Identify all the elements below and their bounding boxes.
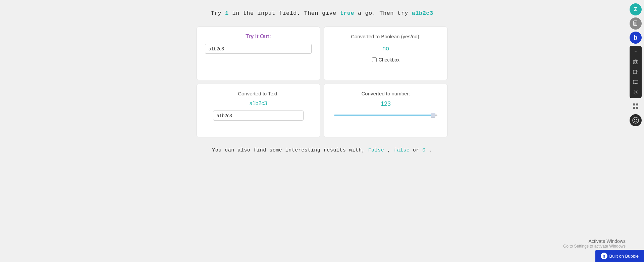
card-boolean: Converted to Boolean (yes/no): no Checkb… bbox=[324, 27, 448, 80]
instruction-mid1: in the input field. Then give bbox=[232, 10, 340, 16]
svg-point-12 bbox=[635, 91, 637, 93]
b-label: b bbox=[634, 34, 638, 41]
text-title: Converted to Text: bbox=[238, 91, 278, 96]
text-converted-value: a1b2c3 bbox=[250, 100, 267, 106]
instruction-mid2: a go. Then try bbox=[358, 10, 412, 16]
svg-point-5 bbox=[635, 61, 637, 63]
card-try-it-out: Try it Out: bbox=[196, 27, 320, 80]
right-sidebar: Z b ⋯ bbox=[627, 0, 644, 262]
number-title: Converted to number: bbox=[361, 91, 410, 96]
tool-screen-button[interactable] bbox=[631, 77, 641, 87]
svg-rect-13 bbox=[633, 103, 635, 105]
sidebar-doc-button[interactable] bbox=[630, 17, 642, 30]
sidebar-face-button[interactable] bbox=[630, 114, 642, 126]
svg-point-18 bbox=[634, 119, 635, 120]
svg-rect-7 bbox=[633, 70, 637, 74]
footer-sep1: , bbox=[387, 147, 394, 153]
windows-title: Activate Windows bbox=[563, 238, 626, 244]
text-input[interactable] bbox=[213, 111, 304, 121]
footer-suffix: . bbox=[429, 147, 432, 153]
sidebar-tool-panel: ⋯ bbox=[630, 46, 642, 98]
svg-rect-16 bbox=[636, 107, 638, 109]
try-it-out-input[interactable] bbox=[205, 44, 312, 54]
checkbox-row: Checkbox bbox=[372, 57, 399, 62]
svg-point-19 bbox=[636, 119, 637, 120]
boolean-checkbox[interactable] bbox=[372, 57, 377, 62]
svg-rect-14 bbox=[636, 103, 638, 105]
svg-point-17 bbox=[633, 117, 639, 123]
boolean-value: no bbox=[382, 45, 389, 52]
footer-highlight1: False bbox=[368, 147, 384, 153]
footer-sep2: or bbox=[413, 147, 423, 153]
cards-grid: Try it Out: Converted to Boolean (yes/no… bbox=[196, 27, 448, 137]
svg-rect-15 bbox=[633, 107, 635, 109]
card-number: Converted to number: 123 bbox=[324, 84, 448, 137]
card-text: Converted to Text: a1b2c3 bbox=[196, 84, 320, 137]
footer-text: You can also find some interesting resul… bbox=[212, 147, 432, 153]
boolean-title: Converted to Boolean (yes/no): bbox=[351, 34, 421, 39]
built-on-bubble-bar[interactable]: b Built on Bubble bbox=[595, 250, 644, 262]
tool-video-button[interactable] bbox=[631, 67, 641, 77]
checkbox-label: Checkbox bbox=[379, 57, 399, 62]
sidebar-apps-button[interactable] bbox=[630, 100, 642, 112]
highlight-3: a1b2c3 bbox=[412, 10, 433, 16]
tool-settings-button[interactable] bbox=[631, 87, 641, 97]
number-slider[interactable] bbox=[334, 115, 437, 116]
instruction-prefix: Try bbox=[211, 10, 225, 16]
instruction-text: Try 1 in the input field. Then give true… bbox=[211, 10, 433, 16]
sidebar-b-button[interactable]: b bbox=[630, 32, 642, 44]
footer-prefix: You can also find some interesting resul… bbox=[212, 147, 368, 153]
svg-marker-8 bbox=[637, 71, 638, 73]
footer-highlight2: false bbox=[394, 147, 410, 153]
sidebar-z-button[interactable]: Z bbox=[630, 3, 642, 15]
highlight-1: 1 bbox=[225, 10, 229, 16]
highlight-2: true bbox=[340, 10, 355, 16]
number-value: 123 bbox=[381, 100, 391, 107]
tool-more-button[interactable]: ⋯ bbox=[631, 47, 641, 56]
slider-container bbox=[332, 112, 439, 118]
bubble-b-icon: b bbox=[601, 253, 607, 259]
built-on-bubble-label: Built on Bubble bbox=[609, 254, 639, 259]
tool-camera-button[interactable] bbox=[631, 57, 641, 67]
footer-highlight3: 0 bbox=[422, 147, 426, 153]
windows-notice: Activate Windows Go to Settings to activ… bbox=[563, 238, 626, 249]
try-it-out-title: Try it Out: bbox=[246, 34, 271, 40]
windows-subtitle: Go to Settings to activate Windows bbox=[563, 244, 626, 249]
